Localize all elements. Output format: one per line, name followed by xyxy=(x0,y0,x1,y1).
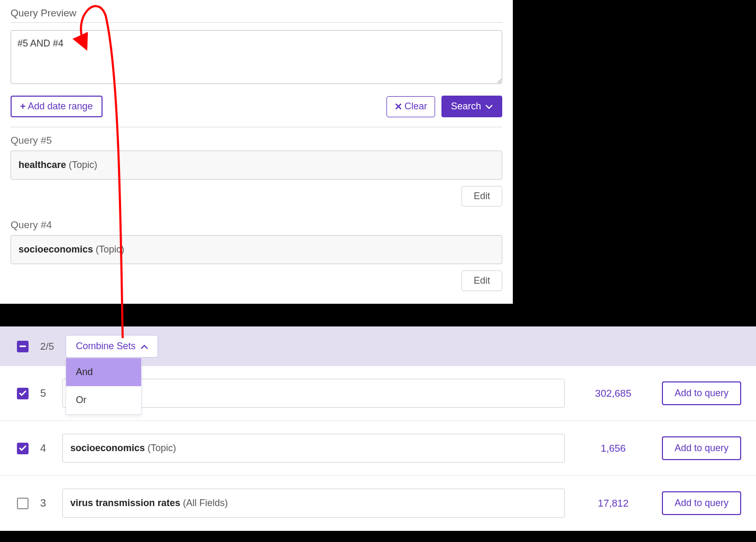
divider xyxy=(11,127,502,127)
clear-label: Clear xyxy=(404,101,427,112)
query-preview-textarea[interactable] xyxy=(11,30,502,84)
row-term: socioeconomics xyxy=(70,443,145,453)
row-term-box: virus transmission rates (All Fields) xyxy=(62,489,565,518)
divider xyxy=(11,22,502,23)
query-display: socioeconomics (Topic) xyxy=(11,235,502,264)
close-icon: ✕ xyxy=(394,101,402,113)
query-scope: (Topic) xyxy=(96,244,124,255)
divider-strip xyxy=(0,309,756,326)
select-all-checkbox-indeterminate[interactable] xyxy=(17,341,29,352)
clear-button[interactable]: ✕ Clear xyxy=(386,96,435,117)
combine-sets-label: Combine Sets xyxy=(76,341,135,352)
combine-sets-dropdown: And Or xyxy=(66,358,142,415)
selection-counter: 2/5 xyxy=(40,341,54,352)
chevron-down-icon xyxy=(485,101,493,112)
plus-icon: + xyxy=(20,101,26,112)
edit-button[interactable]: Edit xyxy=(462,270,502,291)
add-to-query-button[interactable]: Add to query xyxy=(662,436,741,460)
row-term: virus transmission rates xyxy=(70,498,180,508)
search-button[interactable]: Search xyxy=(441,96,502,117)
query-term: healthcare xyxy=(19,160,66,170)
row-scope: (Topic) xyxy=(147,443,176,453)
query-preview-label: Query Preview xyxy=(11,7,502,19)
chevron-up-icon xyxy=(141,341,148,352)
query-label: Query #4 xyxy=(11,219,502,231)
combine-sets-button[interactable]: Combine Sets xyxy=(66,335,158,358)
row-scope: (All Fields) xyxy=(183,498,228,508)
dropdown-option-or[interactable]: Or xyxy=(66,386,141,414)
row-number: 5 xyxy=(40,387,51,399)
edit-button[interactable]: Edit xyxy=(462,186,502,207)
add-date-range-button[interactable]: + Add date range xyxy=(11,96,103,117)
dropdown-option-and[interactable]: And xyxy=(66,358,141,386)
row-count[interactable]: 17,812 xyxy=(576,498,650,509)
add-to-query-button[interactable]: Add to query xyxy=(662,491,741,515)
result-row: 4 socioeconomics (Topic) 1,656 Add to qu… xyxy=(0,421,756,476)
results-toolbar: 2/5 Combine Sets And Or xyxy=(0,326,756,366)
row-checkbox[interactable] xyxy=(17,443,29,454)
query-scope: (Topic) xyxy=(69,160,97,170)
add-to-query-button[interactable]: Add to query xyxy=(662,381,741,405)
row-term-box: socioeconomics (Topic) xyxy=(62,434,565,463)
row-number: 3 xyxy=(40,497,51,509)
query-term: socioeconomics xyxy=(19,244,93,255)
row-count[interactable]: 1,656 xyxy=(576,443,650,454)
query-label: Query #5 xyxy=(11,135,502,146)
search-label: Search xyxy=(451,101,481,112)
query-display: healthcare (Topic) xyxy=(11,151,502,180)
row-checkbox[interactable] xyxy=(17,498,29,509)
result-row: 3 virus transmission rates (All Fields) … xyxy=(0,476,756,531)
add-date-range-label: Add date range xyxy=(28,101,93,112)
row-count[interactable]: 302,685 xyxy=(576,388,650,399)
row-checkbox[interactable] xyxy=(17,388,29,399)
row-number: 4 xyxy=(40,442,51,454)
